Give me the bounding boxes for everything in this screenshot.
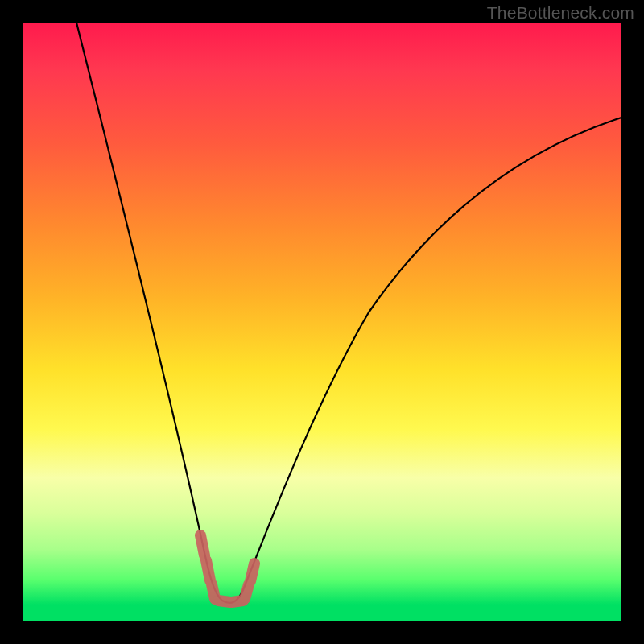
svg-line-6 [250, 564, 254, 581]
svg-line-5 [245, 584, 249, 599]
curve-svg [23, 23, 621, 621]
valley-markers [200, 535, 254, 602]
watermark-text: TheBottleneck.com [487, 3, 634, 23]
svg-line-1 [206, 560, 210, 580]
plot-area [23, 23, 621, 621]
bottleneck-curve [76, 23, 621, 603]
svg-line-0 [200, 535, 204, 555]
chart-frame: TheBottleneck.com [0, 0, 644, 644]
